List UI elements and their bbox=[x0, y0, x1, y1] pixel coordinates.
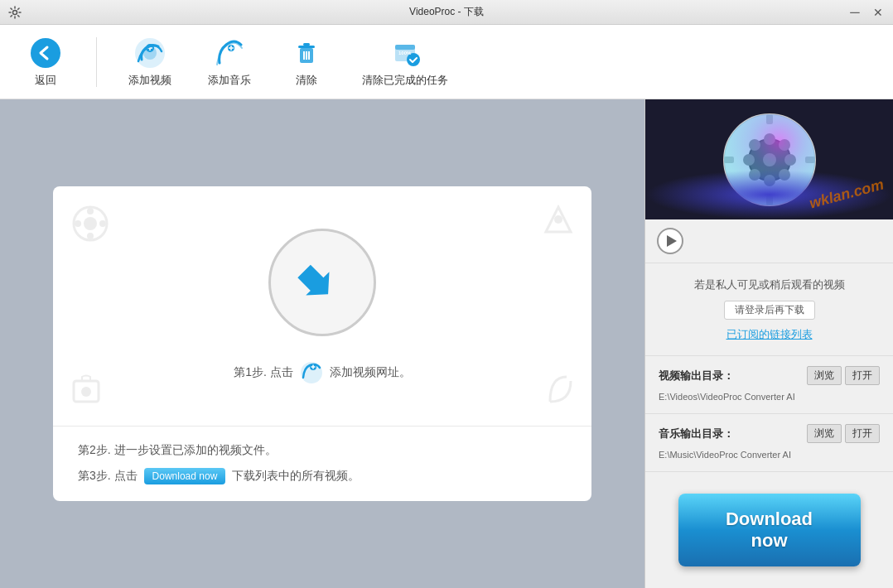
music-output-row: 音乐输出目录： 浏览 打开 bbox=[659, 424, 880, 443]
drop-circle bbox=[268, 229, 376, 336]
step1-label: 第1步. 点击 bbox=[234, 365, 293, 380]
corner-icon-bl bbox=[70, 373, 103, 409]
window-title: VideoProc - 下载 bbox=[409, 5, 484, 19]
play-btn-container bbox=[645, 219, 893, 263]
play-triangle bbox=[667, 235, 677, 247]
add-music-label: 添加音乐 bbox=[208, 73, 251, 88]
settings-button[interactable] bbox=[7, 4, 23, 21]
music-output-label: 音乐输出目录： bbox=[659, 427, 804, 441]
subscribed-links[interactable]: 已订阅的链接列表 bbox=[726, 328, 813, 340]
step2-row: 第2步. 进一步设置已添加的视频文件。 bbox=[78, 443, 567, 458]
step3-end: 下载列表中的所有视频。 bbox=[232, 469, 360, 484]
back-label: 返回 bbox=[35, 73, 56, 88]
video-output-section: 视频输出目录： 浏览 打开 E:\Videos\VideoProc Conver… bbox=[645, 356, 893, 414]
back-button[interactable]: 返回 bbox=[17, 31, 75, 93]
download-now-small-button[interactable]: Download now bbox=[144, 468, 226, 484]
svg-point-25 bbox=[99, 220, 106, 227]
clear-label: 清除 bbox=[296, 73, 317, 88]
toolbar: 返回 添加视频 添加音乐 bbox=[0, 25, 893, 99]
svg-point-21 bbox=[84, 217, 97, 230]
step3-row: 第3步. 点击 Download now 下载列表中的所有视频。 bbox=[78, 468, 567, 484]
add-video-label: 添加视频 bbox=[128, 73, 171, 88]
svg-point-0 bbox=[13, 10, 17, 14]
svg-point-24 bbox=[75, 220, 81, 227]
drop-area: 第1步. 点击 添加视频网址。 第2步. 进一步设置已添加的视频文件。 bbox=[53, 186, 591, 501]
step1-mid: 添加视频网址。 bbox=[330, 365, 411, 380]
music-output-path: E:\Music\VideoProc Converter AI bbox=[659, 448, 880, 461]
close-button[interactable]: ✕ bbox=[870, 4, 886, 21]
svg-point-1 bbox=[31, 38, 60, 68]
download-section: Download now bbox=[645, 472, 893, 588]
drop-zone[interactable]: 第1步. 点击 添加视频网址。 bbox=[53, 186, 591, 426]
corner-icon-tl bbox=[70, 203, 111, 248]
video-output-label: 视频输出目录： bbox=[659, 369, 804, 383]
info-section: 若是私人可见或稍后观看的视频 请登录后再下载 已订阅的链接列表 bbox=[645, 263, 893, 356]
back-icon bbox=[29, 36, 62, 70]
svg-rect-12 bbox=[303, 43, 310, 46]
steps-panel: 第2步. 进一步设置已添加的视频文件。 第3步. 点击 Download now… bbox=[53, 426, 591, 501]
add-video-icon bbox=[133, 36, 167, 70]
corner-icon-br bbox=[542, 373, 575, 409]
download-now-button[interactable]: Download now bbox=[678, 494, 861, 566]
video-open-button[interactable]: 打开 bbox=[845, 366, 880, 385]
clear-completed-icon: 100% bbox=[389, 36, 422, 70]
clear-completed-label: 清除已完成的任务 bbox=[362, 73, 448, 88]
add-video-button[interactable]: 添加视频 bbox=[118, 31, 181, 93]
svg-text:100%: 100% bbox=[398, 51, 412, 55]
step3-label: 第3步. 点击 bbox=[78, 469, 138, 484]
title-bar: VideoProc - 下载 ─ ✕ bbox=[0, 0, 893, 25]
svg-point-26 bbox=[554, 215, 562, 224]
settings-area bbox=[7, 4, 23, 21]
svg-rect-17 bbox=[395, 45, 415, 50]
svg-point-22 bbox=[87, 208, 94, 214]
music-browse-button[interactable]: 浏览 bbox=[807, 424, 842, 443]
corner-icon-tr bbox=[542, 203, 575, 239]
window-controls: ─ ✕ bbox=[847, 4, 886, 21]
clear-completed-button[interactable]: 100% 清除已完成的任务 bbox=[352, 31, 458, 93]
login-button[interactable]: 请登录后再下载 bbox=[724, 301, 815, 320]
video-output-path: E:\Videos\VideoProc Converter AI bbox=[659, 390, 880, 403]
svg-point-28 bbox=[81, 387, 91, 397]
info-text: 若是私人可见或稍后观看的视频 bbox=[659, 275, 880, 294]
minimize-button[interactable]: ─ bbox=[847, 4, 863, 21]
preview-area: wklan.com bbox=[645, 99, 893, 219]
video-browse-button[interactable]: 浏览 bbox=[807, 366, 842, 385]
divider-1 bbox=[96, 37, 97, 87]
step1-text: 第1步. 点击 添加视频网址。 bbox=[234, 361, 411, 384]
clear-button[interactable]: 清除 bbox=[278, 31, 335, 93]
music-open-button[interactable]: 打开 bbox=[845, 424, 880, 443]
svg-rect-11 bbox=[298, 46, 315, 48]
add-music-icon bbox=[213, 36, 246, 70]
svg-point-23 bbox=[87, 233, 94, 239]
step2-text: 第2步. 进一步设置已添加的视频文件。 bbox=[78, 443, 277, 458]
right-panel: wklan.com 若是私人可见或稍后观看的视频 请登录后再下载 已订阅的链接列… bbox=[644, 99, 893, 588]
trash-icon bbox=[290, 36, 323, 70]
add-music-button[interactable]: 添加音乐 bbox=[198, 31, 261, 93]
music-output-section: 音乐输出目录： 浏览 打开 E:\Music\VideoProc Convert… bbox=[645, 414, 893, 472]
video-output-row: 视频输出目录： 浏览 打开 bbox=[659, 366, 880, 385]
left-panel: 第1步. 点击 添加视频网址。 第2步. 进一步设置已添加的视频文件。 bbox=[0, 99, 644, 588]
main-area: 第1步. 点击 添加视频网址。 第2步. 进一步设置已添加的视频文件。 bbox=[0, 99, 893, 588]
play-button[interactable] bbox=[657, 228, 683, 254]
